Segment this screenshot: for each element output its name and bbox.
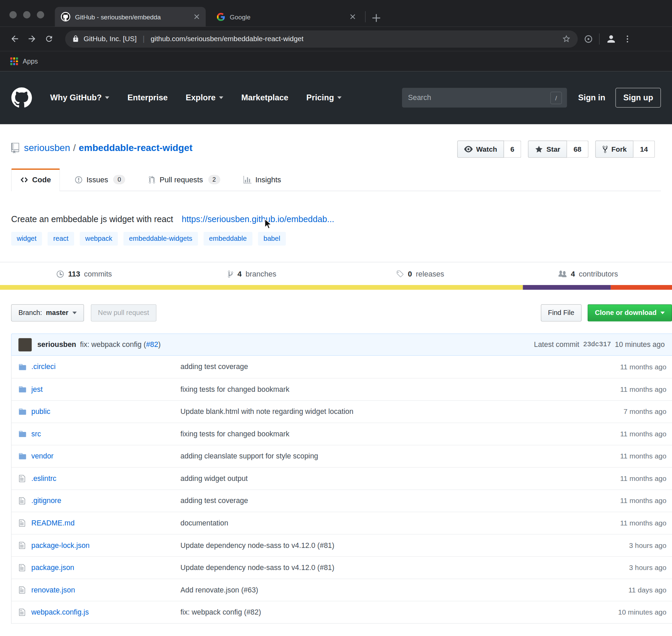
commit-sha-link[interactable]: 23dc317 — [583, 341, 611, 349]
file-link[interactable]: jest — [31, 385, 181, 394]
folder-icon — [18, 452, 31, 461]
topic-tag[interactable]: webpack — [80, 232, 118, 246]
tab-pull-requests[interactable]: Pull requests2 — [140, 168, 229, 191]
traffic-light-zoom[interactable] — [37, 11, 44, 18]
forward-button[interactable] — [23, 30, 40, 47]
address-bar[interactable]: GitHub, Inc. [US] | github.com/seriousbe… — [65, 30, 578, 47]
nav-why-github[interactable]: Why GitHub? — [50, 93, 109, 102]
commit-message-link[interactable]: fixing tests for changed bookmark — [181, 430, 579, 438]
star-icon — [535, 145, 543, 153]
clone-or-download-button[interactable]: Clone or download — [588, 304, 672, 321]
contributors-stat[interactable]: 4contributors — [504, 270, 672, 279]
file-link[interactable]: README.md — [31, 519, 181, 527]
folder-icon — [18, 407, 31, 416]
apps-grid-icon[interactable] — [10, 57, 18, 65]
issue-link[interactable]: #82 — [146, 340, 158, 349]
topic-tag[interactable]: babel — [258, 232, 286, 246]
tab-title: Google — [230, 13, 345, 20]
certificate-label: GitHub, Inc. [US] — [84, 35, 137, 43]
commit-message-link[interactable]: adding cleanslate support for style scop… — [181, 452, 579, 461]
fork-count[interactable]: 14 — [634, 140, 655, 157]
file-link[interactable]: .eslintrc — [31, 474, 181, 483]
extension-icon[interactable] — [584, 34, 593, 44]
fork-button[interactable]: Fork — [595, 140, 634, 157]
nav-enterprise[interactable]: Enterprise — [128, 93, 168, 102]
search-input[interactable] — [407, 93, 550, 102]
repo-website-link[interactable]: https://seriousben.github.io/embeddab... — [182, 214, 334, 224]
back-button[interactable] — [6, 30, 23, 47]
commit-message-link[interactable]: Update blank.html with note regarding wi… — [181, 407, 579, 416]
watch-button[interactable]: Watch — [457, 140, 504, 157]
tab-insights[interactable]: Insights — [235, 168, 290, 191]
close-icon[interactable] — [193, 13, 201, 21]
releases-stat[interactable]: 0releases — [336, 270, 504, 279]
repo-tab-nav: Code Issues0 Pull requests2 Insights — [11, 168, 661, 191]
profile-avatar[interactable] — [606, 33, 617, 45]
topic-tag[interactable]: embeddable-widgets — [123, 232, 198, 246]
commit-message-link[interactable]: fix: webpack config (#82) — [181, 608, 579, 617]
star-count[interactable]: 68 — [567, 140, 588, 157]
commit-message-link[interactable]: Update dependency node-sass to v4.12.0 (… — [181, 541, 579, 550]
topic-tag[interactable]: widget — [11, 232, 42, 246]
file-link[interactable]: src — [31, 430, 181, 438]
file-link[interactable]: .circleci — [31, 363, 181, 371]
nav-pricing[interactable]: Pricing — [306, 93, 342, 102]
repo-owner-link[interactable]: seriousben — [24, 142, 70, 153]
nav-explore[interactable]: Explore — [186, 93, 223, 102]
repo-description: Create an embbedable js widget with reac… — [11, 214, 173, 224]
google-favicon-icon — [217, 13, 225, 21]
file-link[interactable]: package.json — [31, 564, 181, 572]
bookmark-star-icon[interactable] — [562, 34, 571, 43]
tab-issues[interactable]: Issues0 — [66, 168, 134, 191]
commit-message-link[interactable]: documentation — [181, 519, 579, 527]
file-link[interactable]: renovate.json — [31, 586, 181, 594]
table-row: .eslintrc adding widget output 11 months… — [12, 467, 672, 490]
nav-marketplace[interactable]: Marketplace — [241, 93, 288, 102]
sign-up-button[interactable]: Sign up — [616, 88, 661, 107]
files-section: seriousben fix: webpack config (#82) Lat… — [11, 333, 672, 623]
commit-message-link[interactable]: Add renovate.json (#63) — [181, 586, 579, 594]
tab-code[interactable]: Code — [11, 168, 60, 191]
file-icon — [18, 519, 31, 527]
watch-count[interactable]: 6 — [504, 140, 521, 157]
commit-message-link[interactable]: adding widget output — [181, 474, 579, 483]
commit-message-link[interactable]: Update dependency node-sass to v4.12.0 (… — [181, 564, 579, 572]
file-link[interactable]: public — [31, 407, 181, 416]
new-pull-request-button[interactable]: New pull request — [91, 304, 156, 321]
branches-stat[interactable]: 4branches — [168, 270, 336, 279]
github-logo[interactable] — [11, 87, 32, 108]
file-link[interactable]: package-lock.json — [31, 541, 181, 550]
reload-button[interactable] — [40, 30, 57, 47]
traffic-light-minimize[interactable] — [23, 11, 30, 18]
repo-name-link[interactable]: embeddable-react-widget — [79, 142, 192, 153]
find-file-button[interactable]: Find File — [541, 304, 582, 321]
commits-stat[interactable]: 113commits — [0, 270, 168, 279]
tab-github[interactable]: GitHub - seriousben/embedda — [55, 7, 206, 27]
window-controls — [10, 11, 44, 18]
commit-author-link[interactable]: seriousben — [37, 340, 76, 349]
commit-message-link[interactable]: adding test coverage — [181, 497, 579, 505]
apps-label[interactable]: Apps — [23, 57, 38, 65]
branch-select-button[interactable]: Branch:master — [11, 304, 84, 321]
commit-message-link[interactable]: fixing tests for changed bookmark — [181, 385, 579, 394]
topic-tag[interactable]: react — [48, 232, 74, 246]
file-link[interactable]: webpack.config.js — [31, 608, 181, 617]
commit-message-link[interactable]: adding test coverage — [181, 363, 579, 371]
sign-in-link[interactable]: Sign in — [578, 93, 605, 102]
avatar[interactable] — [18, 338, 32, 351]
overflow-menu-icon[interactable] — [623, 34, 632, 44]
address-divider: | — [142, 34, 145, 43]
folder-icon — [18, 385, 31, 394]
topic-tag[interactable]: embeddable — [203, 232, 252, 246]
file-link[interactable]: vendor — [31, 452, 181, 461]
github-header: Why GitHub? Enterprise Explore Marketpla… — [0, 71, 672, 124]
close-icon[interactable] — [349, 13, 357, 21]
new-tab-button[interactable] — [372, 13, 381, 23]
repo-stats-section: 113commits 4branches 0releases 4contribu… — [0, 262, 672, 290]
traffic-light-close[interactable] — [10, 11, 17, 18]
star-button[interactable]: Star — [528, 140, 567, 157]
language-bar[interactable] — [0, 285, 672, 290]
file-link[interactable]: .gitignore — [31, 497, 181, 505]
topic-list: widget react webpack embeddable-widgets … — [11, 232, 661, 246]
tab-google[interactable]: Google — [211, 7, 362, 27]
